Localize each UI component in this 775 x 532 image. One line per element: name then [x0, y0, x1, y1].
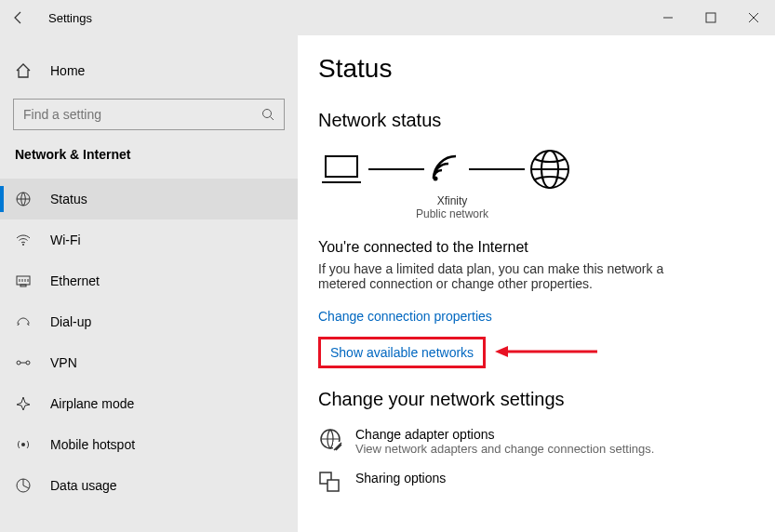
sidebar-item-vpn[interactable]: VPN	[0, 342, 298, 383]
network-diagram	[318, 148, 755, 191]
subheading: Network status	[318, 110, 755, 131]
nav-label: Airplane mode	[50, 396, 134, 411]
sidebar: Home Network & Internet Status Wi-Fi Eth…	[0, 35, 298, 532]
home-label: Home	[50, 63, 85, 78]
maximize-icon	[705, 12, 716, 23]
sidebar-item-ethernet[interactable]: Ethernet	[0, 260, 298, 301]
wifi-signal-icon	[428, 151, 465, 188]
home-nav[interactable]: Home	[0, 54, 298, 87]
line-icon	[469, 151, 525, 188]
svg-rect-1	[706, 13, 715, 22]
main-content: Status Network status Xfinity Public net…	[298, 35, 775, 532]
adapter-icon	[318, 427, 342, 456]
sidebar-item-data[interactable]: Data usage	[0, 465, 298, 506]
status-icon	[15, 191, 35, 207]
wifi-icon	[15, 232, 35, 248]
minimize-icon	[662, 12, 674, 23]
globe-icon	[528, 148, 571, 191]
svg-rect-32	[327, 480, 339, 491]
svg-point-4	[263, 110, 272, 118]
nav-label: Dial-up	[50, 314, 91, 329]
nav-label: Data usage	[50, 478, 117, 493]
dialup-icon	[15, 313, 35, 330]
minimize-button[interactable]	[647, 0, 689, 35]
svg-rect-9	[20, 285, 26, 286]
data-usage-icon	[15, 477, 35, 494]
search-icon	[261, 108, 274, 121]
svg-marker-28	[495, 346, 508, 357]
nav-label: Ethernet	[50, 273, 100, 288]
window-title: Settings	[48, 11, 92, 25]
svg-line-5	[271, 117, 274, 121]
network-type: Public network	[406, 207, 499, 220]
svg-rect-19	[326, 156, 357, 177]
section-header: Network & Internet	[0, 147, 298, 162]
sharing-icon	[318, 471, 342, 495]
option-sharing[interactable]: Sharing options	[318, 471, 755, 495]
svg-point-17	[21, 443, 25, 446]
option-title: Sharing options	[355, 471, 446, 485]
change-connection-link[interactable]: Change connection properties	[318, 309, 492, 324]
settings-heading: Change your network settings	[318, 389, 755, 410]
titlebar: Settings	[0, 0, 775, 35]
computer-icon	[318, 151, 365, 188]
network-ssid: Xfinity	[406, 194, 499, 207]
page-title: Status	[318, 54, 755, 84]
window-controls	[647, 0, 775, 35]
option-desc: View network adapters and change connect…	[355, 442, 654, 456]
sidebar-item-dialup[interactable]: Dial-up	[0, 301, 298, 342]
show-networks-link[interactable]: Show available networks	[318, 337, 486, 368]
svg-point-14	[17, 361, 20, 365]
nav-label: VPN	[50, 355, 77, 370]
sidebar-item-airplane[interactable]: Airplane mode	[0, 383, 298, 424]
close-icon	[748, 12, 759, 23]
search-input[interactable]	[13, 99, 285, 130]
nav-label: Wi-Fi	[50, 233, 81, 247]
nav-label: Mobile hotspot	[50, 437, 135, 452]
svg-point-15	[26, 361, 30, 365]
close-button[interactable]	[732, 0, 775, 35]
option-title: Change adapter options	[355, 427, 654, 442]
arrow-left-icon	[11, 10, 26, 25]
back-button[interactable]	[0, 0, 37, 35]
option-adapter[interactable]: Change adapter options View network adap…	[318, 427, 755, 456]
maximize-button[interactable]	[689, 0, 732, 35]
sidebar-item-wifi[interactable]: Wi-Fi	[0, 219, 298, 260]
home-icon	[15, 62, 35, 79]
sidebar-item-hotspot[interactable]: Mobile hotspot	[0, 424, 298, 465]
svg-point-7	[22, 244, 24, 246]
airplane-icon	[15, 395, 35, 412]
search-field[interactable]	[23, 107, 261, 122]
line-icon	[368, 151, 424, 188]
connected-title: You're connected to the Internet	[318, 239, 755, 256]
ethernet-icon	[15, 273, 35, 289]
annotation-arrow	[495, 342, 597, 361]
svg-point-22	[434, 177, 438, 181]
connected-desc: If you have a limited data plan, you can…	[318, 261, 709, 291]
sidebar-item-status[interactable]: Status	[0, 179, 298, 219]
hotspot-icon	[15, 436, 35, 453]
vpn-icon	[15, 354, 35, 371]
nav-label: Status	[50, 192, 87, 206]
